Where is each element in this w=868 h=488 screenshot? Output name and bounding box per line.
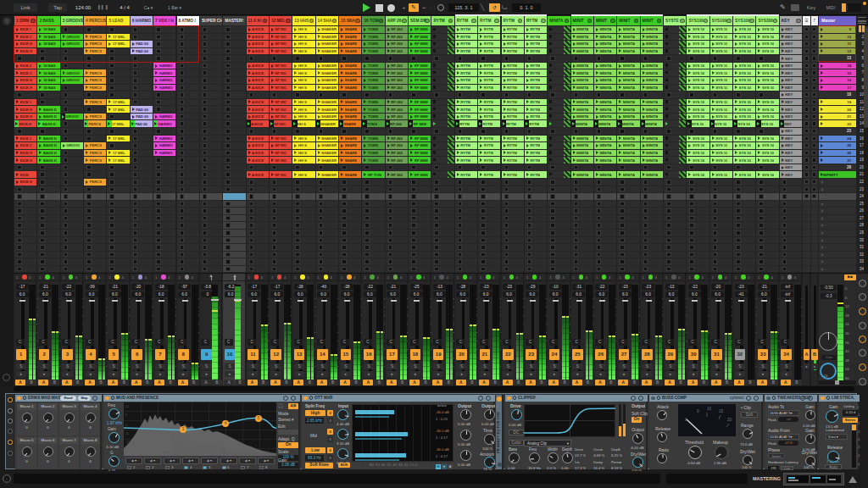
svg-text:10: 10: [707, 407, 712, 411]
svg-text:20: 20: [727, 418, 732, 422]
svg-text:15: 15: [719, 409, 724, 413]
svg-text:9: 9: [697, 409, 699, 413]
